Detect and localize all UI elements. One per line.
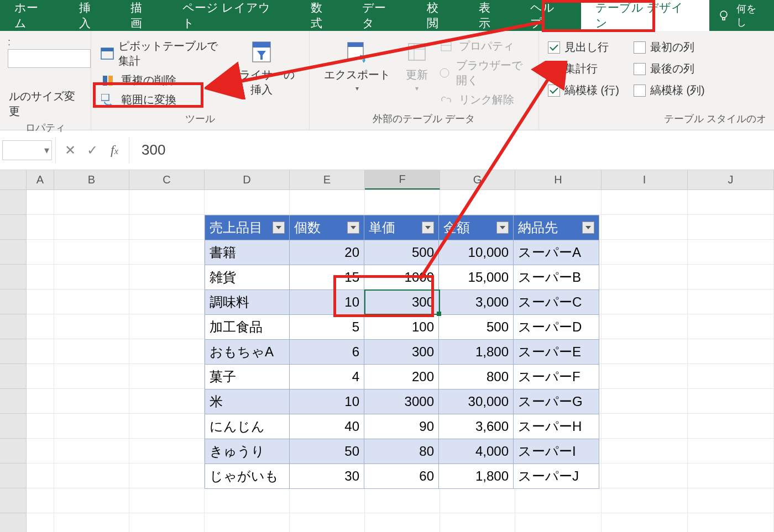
table-cell[interactable]: 15: [289, 265, 364, 290]
cell[interactable]: [290, 513, 365, 532]
table-cell[interactable]: 15,000: [438, 265, 514, 290]
table-cell[interactable]: おもちゃA: [205, 339, 290, 365]
table-cell[interactable]: 1000: [364, 265, 439, 290]
table-header[interactable]: 金額: [438, 215, 514, 240]
cell[interactable]: [129, 463, 205, 488]
cell[interactable]: [205, 488, 290, 513]
col-header-F[interactable]: F: [365, 170, 440, 189]
remove-duplicates[interactable]: 重複の削除: [99, 71, 222, 90]
fx-button[interactable]: fx: [103, 143, 125, 157]
table-cell[interactable]: スーパーD: [513, 314, 599, 340]
cell[interactable]: [602, 439, 688, 463]
opt-first-col[interactable]: 最初の列: [632, 36, 706, 58]
row-header[interactable]: [0, 339, 27, 364]
cell[interactable]: [54, 488, 129, 513]
cell[interactable]: [602, 414, 688, 439]
table-cell[interactable]: スーパーJ: [513, 463, 599, 489]
cell[interactable]: [688, 289, 774, 314]
col-header-G[interactable]: G: [440, 170, 515, 189]
table-cell[interactable]: きゅうり: [205, 439, 290, 464]
row-header[interactable]: [0, 488, 27, 513]
tab-data[interactable]: データ: [348, 0, 412, 31]
cell[interactable]: [54, 364, 129, 389]
filter-dropdown-icon[interactable]: [582, 222, 594, 234]
table-cell[interactable]: にんじん: [205, 414, 290, 439]
cell[interactable]: [27, 513, 54, 532]
cell[interactable]: [688, 314, 774, 339]
summarize-pivot[interactable]: ピボットテーブルで集計: [99, 36, 222, 71]
cell[interactable]: [54, 265, 129, 289]
table-cell[interactable]: 書籍: [205, 240, 290, 265]
cell[interactable]: [27, 240, 54, 265]
cell[interactable]: [290, 190, 365, 215]
name-box[interactable]: ▾: [2, 140, 52, 160]
cell[interactable]: [129, 439, 205, 463]
cell[interactable]: [129, 215, 205, 240]
table-cell[interactable]: スーパーB: [513, 265, 599, 290]
cell[interactable]: [602, 265, 688, 289]
cell[interactable]: [129, 513, 205, 532]
cell[interactable]: [365, 513, 440, 532]
cell[interactable]: [688, 389, 774, 414]
table-cell[interactable]: 10: [289, 389, 364, 414]
tab-formulas[interactable]: 数式: [296, 0, 348, 31]
filter-dropdown-icon[interactable]: [273, 222, 285, 234]
table-cell[interactable]: 300: [364, 339, 439, 365]
filter-dropdown-icon[interactable]: [347, 222, 359, 234]
cell[interactable]: [602, 513, 688, 532]
table-cell[interactable]: 500: [364, 240, 439, 265]
table-cell[interactable]: 500: [438, 314, 514, 340]
table-cell[interactable]: 調味料: [205, 289, 290, 315]
cell[interactable]: [440, 190, 515, 215]
cell[interactable]: [27, 289, 54, 314]
table-cell[interactable]: 40: [289, 414, 364, 439]
cell[interactable]: [27, 463, 54, 488]
cell[interactable]: [602, 240, 688, 265]
col-header-H[interactable]: H: [515, 170, 602, 189]
table-cell[interactable]: 100: [364, 314, 439, 340]
tab-help[interactable]: ヘルプ: [516, 0, 581, 31]
cell[interactable]: [129, 190, 205, 215]
table-cell[interactable]: 300: [364, 289, 439, 315]
opt-banded-cols[interactable]: 縞模様 (列): [632, 80, 706, 101]
table-cell[interactable]: 800: [438, 364, 514, 389]
cell[interactable]: [688, 513, 774, 532]
table-cell[interactable]: 30: [289, 463, 364, 489]
table-cell[interactable]: スーパーF: [513, 364, 599, 389]
cell[interactable]: [129, 289, 205, 314]
cell[interactable]: [54, 314, 129, 339]
cell[interactable]: [27, 439, 54, 463]
cell[interactable]: [54, 513, 129, 532]
table-cell[interactable]: 3,000: [438, 289, 514, 315]
opt-header-row[interactable]: 見出し行: [547, 36, 620, 58]
table-cell[interactable]: 雑貨: [205, 265, 290, 290]
table-cell[interactable]: 4,000: [438, 439, 514, 464]
cell[interactable]: [54, 190, 129, 215]
cell[interactable]: [688, 463, 774, 488]
row-header[interactable]: [0, 289, 27, 314]
tab-page-layout[interactable]: ページ レイアウト: [168, 0, 296, 31]
cell[interactable]: [27, 339, 54, 364]
cell[interactable]: [688, 414, 774, 439]
cell[interactable]: [602, 389, 688, 414]
convert-to-range[interactable]: 範囲に変換: [99, 90, 222, 109]
formula-input[interactable]: 300: [133, 141, 772, 159]
row-header[interactable]: [0, 190, 27, 215]
opt-last-col[interactable]: 最後の列: [632, 58, 706, 80]
row-header[interactable]: [0, 364, 27, 389]
table-name-input[interactable]: [8, 49, 91, 68]
col-header-D[interactable]: D: [205, 170, 290, 189]
cell[interactable]: [688, 339, 774, 364]
table-cell[interactable]: 3000: [364, 389, 439, 414]
table-cell[interactable]: スーパーE: [513, 339, 599, 365]
table-cell[interactable]: 90: [364, 414, 439, 439]
row-header[interactable]: [0, 414, 27, 439]
tell-me[interactable]: 何をし: [709, 2, 774, 29]
filter-dropdown-icon[interactable]: [422, 222, 434, 234]
table-cell[interactable]: スーパーI: [513, 439, 599, 464]
cell[interactable]: [27, 190, 54, 215]
resize-table-label[interactable]: ルのサイズ変更: [9, 89, 82, 119]
table-cell[interactable]: 3,600: [438, 414, 514, 439]
tab-review[interactable]: 校閲: [412, 0, 464, 31]
cell[interactable]: [129, 265, 205, 289]
